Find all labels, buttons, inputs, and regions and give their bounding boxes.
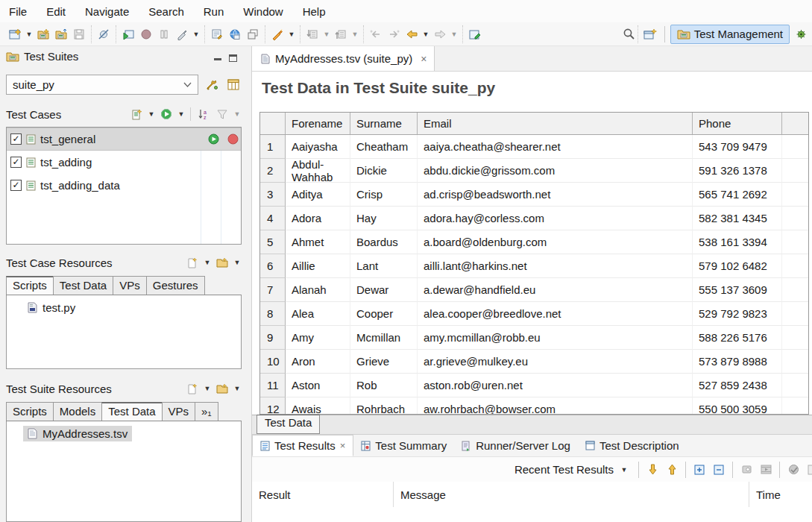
suite-config-table-icon[interactable] [225, 77, 242, 93]
test-case-row-tst-adding-data[interactable]: ✓ tst_adding_data [7, 174, 241, 197]
step-return-list-icon[interactable] [333, 26, 349, 43]
cell-forename[interactable]: Awais [286, 397, 350, 415]
close-tab-icon[interactable]: × [340, 440, 346, 451]
launcher-dropdown-icon[interactable]: ▼ [287, 31, 296, 38]
cell-phone[interactable]: 529 792 9823 [693, 302, 782, 326]
cell-email[interactable]: adora.hay@corless.com [418, 207, 693, 230]
cell-email[interactable]: ailli.lant@harkins.net [418, 254, 693, 278]
cell-forename[interactable]: Aaiyasha [286, 135, 350, 159]
cell-forename[interactable]: Aillie [286, 254, 350, 278]
cell-phone[interactable]: 573 879 8988 [693, 350, 782, 374]
new-editor-icon[interactable] [467, 26, 483, 43]
picker-dropdown-icon[interactable]: ▼ [192, 31, 201, 38]
cell-surname[interactable]: Dewar [350, 278, 418, 302]
filter-icon[interactable] [214, 106, 230, 122]
new-test-case-dropdown-icon[interactable]: ▼ [147, 110, 156, 118]
cell-surname[interactable]: Mcmillan [350, 326, 418, 350]
cell-phone[interactable]: 588 226 5176 [693, 326, 782, 350]
debug-perspective-bug-icon[interactable] [793, 26, 809, 43]
cell-surname[interactable]: Dickie [350, 159, 418, 183]
cell-email[interactable]: aaiya.cheatha@shearer.net [418, 135, 693, 159]
cell-forename[interactable]: Abdul-Wahhab [286, 159, 350, 183]
tab-gestures[interactable]: Gestures [146, 276, 205, 295]
screenshot-icon[interactable] [738, 462, 755, 478]
column-header-forename[interactable]: Forename [286, 113, 350, 134]
record-icon[interactable] [138, 26, 154, 43]
menu-file[interactable]: File [9, 5, 27, 18]
cell-phone[interactable]: 550 500 3059 [693, 397, 782, 415]
object-map-icon[interactable] [209, 26, 225, 43]
cell-email[interactable]: aw.rohrbach@bowser.com [418, 397, 693, 415]
new-test-suite-icon[interactable] [35, 26, 51, 43]
column-header-phone[interactable]: Phone [693, 113, 782, 134]
new-resource-file-icon[interactable] [184, 254, 201, 271]
tab-test-results[interactable]: Test Results × [252, 435, 353, 456]
upload-results-globe-icon[interactable] [785, 462, 802, 478]
recent-test-results-dropdown[interactable]: Recent Test Results ▼ [514, 463, 629, 476]
checkbox-checked-icon[interactable]: ✓ [10, 180, 22, 191]
close-tab-icon[interactable]: × [421, 53, 427, 65]
row-number[interactable]: 3 [260, 183, 286, 207]
new-resource-file-icon[interactable] [184, 380, 201, 397]
next-edit-location-icon[interactable] [385, 26, 402, 43]
cell-forename[interactable]: Amy [286, 326, 350, 350]
open-perspective-icon[interactable] [642, 26, 658, 43]
clipped-toolbar-icon[interactable] [805, 462, 812, 478]
run-test-suite-icon[interactable] [158, 106, 174, 122]
cell-surname[interactable]: Rohrbach [350, 397, 418, 415]
menu-edit[interactable]: Edit [46, 5, 66, 18]
collapse-all-icon[interactable] [711, 462, 727, 478]
row-number[interactable]: 8 [260, 302, 286, 326]
cell-surname[interactable]: Boardus [350, 230, 418, 254]
test-data-file-item[interactable]: MyAddresses.tsv [23, 426, 132, 441]
cell-phone[interactable]: 565 741 2692 [693, 183, 782, 207]
menu-run[interactable]: Run [204, 5, 224, 18]
tab-test-data[interactable]: Test Data [101, 402, 162, 421]
cell-surname[interactable]: Grieve [350, 350, 418, 374]
menu-help[interactable]: Help [303, 5, 326, 18]
results-column-message[interactable]: Message [394, 482, 749, 507]
checkbox-checked-icon[interactable]: ✓ [10, 157, 22, 168]
cell-email[interactable]: abdu.dickie@grissom.com [418, 159, 693, 183]
row-number[interactable]: 1 [260, 135, 286, 159]
test-suites-view-tab[interactable]: Test Suites [6, 50, 78, 63]
test-management-perspective-button[interactable]: Test Management [670, 25, 790, 44]
stop-test-case-icon[interactable] [227, 133, 239, 145]
column-header-email[interactable]: Email [418, 113, 693, 134]
row-number[interactable]: 7 [260, 278, 286, 302]
cell-forename[interactable]: Ahmet [286, 230, 350, 254]
run-test-suite-dropdown-icon[interactable]: ▼ [177, 110, 186, 118]
tab-test-data[interactable]: Test Data [53, 276, 113, 295]
cell-phone[interactable]: 538 161 3394 [693, 230, 782, 254]
tab-overflow[interactable]: »₁ [195, 402, 218, 421]
row-number[interactable]: 9 [260, 326, 286, 350]
step-into-dropdown-icon[interactable]: ▼ [322, 31, 331, 38]
results-column-result[interactable]: Result [252, 482, 394, 507]
new-resource-dropdown-icon[interactable]: ▼ [203, 385, 212, 392]
cell-surname[interactable]: Rob [350, 374, 418, 397]
filter-dropdown-icon[interactable]: ▼ [233, 110, 242, 118]
cell-email[interactable]: amy.mcmillan@robb.eu [418, 326, 693, 350]
script-file-item[interactable]: test.py [23, 300, 80, 315]
maximize-view-icon[interactable] [229, 54, 237, 62]
cell-forename[interactable]: Alanah [286, 278, 350, 302]
cell-surname[interactable]: Hay [350, 207, 418, 230]
cell-forename[interactable]: Alea [286, 302, 350, 326]
open-resource-folder-icon[interactable] [214, 380, 230, 397]
open-resource-dropdown-icon[interactable]: ▼ [233, 259, 242, 266]
open-resource-dropdown-icon[interactable]: ▼ [233, 385, 242, 392]
cell-email[interactable]: a.board@oldenburg.com [418, 230, 693, 254]
cell-forename[interactable]: Aston [286, 374, 350, 397]
cell-surname[interactable]: Crisp [350, 183, 418, 207]
expand-all-icon[interactable] [691, 462, 708, 478]
cell-phone[interactable]: 543 709 9479 [693, 135, 782, 159]
new-wizard-icon[interactable] [7, 26, 23, 43]
menu-window[interactable]: Window [243, 5, 283, 18]
open-resource-folder-icon[interactable] [214, 254, 230, 271]
minimize-view-icon[interactable] [214, 58, 221, 60]
menu-search[interactable]: Search [148, 5, 184, 18]
tab-test-description[interactable]: Test Description [578, 435, 687, 456]
suite-settings-icon[interactable] [204, 77, 220, 93]
back-dropdown-icon[interactable]: ▼ [421, 31, 430, 38]
tab-runner-server-log[interactable]: Runner/Server Log [454, 435, 578, 456]
